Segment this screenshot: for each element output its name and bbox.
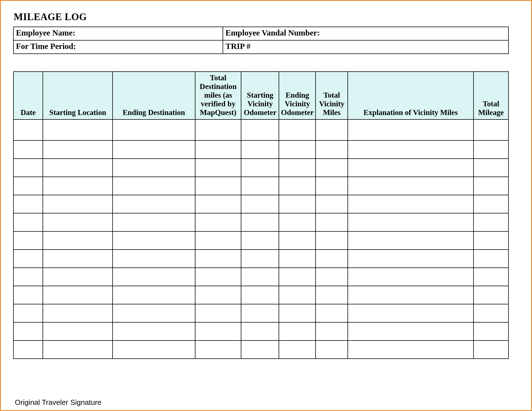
cell-explanation — [348, 268, 473, 286]
cell-starting-location — [43, 177, 113, 195]
cell-starting-vicinity-odometer — [241, 250, 279, 268]
cell-date — [13, 340, 43, 359]
cell-date — [13, 213, 43, 231]
cell-date — [13, 119, 43, 140]
cell-explanation — [348, 195, 473, 213]
col-header-total-vicinity-miles: Total Vicinity Miles — [316, 72, 348, 119]
cell-total-destination-miles — [195, 322, 241, 340]
cell-date — [13, 250, 43, 268]
cell-ending-destination — [113, 140, 195, 159]
info-table: Employee Name: Employee Vandal Number: F… — [13, 27, 509, 54]
table-row — [13, 268, 508, 286]
cell-starting-vicinity-odometer — [241, 286, 279, 304]
cell-total-vicinity-miles — [316, 140, 348, 159]
cell-ending-destination — [113, 250, 195, 268]
trip-number-field: TRIP # — [223, 40, 508, 54]
cell-total-mileage — [473, 250, 508, 268]
table-row — [13, 195, 508, 213]
cell-ending-destination — [113, 304, 195, 322]
cell-total-mileage — [473, 213, 508, 231]
table-row — [13, 286, 508, 304]
cell-explanation — [348, 322, 473, 340]
table-row — [13, 250, 508, 268]
signature-label: Original Traveler Signature — [15, 398, 519, 407]
cell-ending-vicinity-odometer — [279, 140, 316, 159]
table-header-row: Date Starting Location Ending Destinatio… — [13, 72, 508, 119]
cell-total-destination-miles — [195, 231, 241, 250]
cell-date — [13, 140, 43, 159]
cell-ending-destination — [113, 231, 195, 250]
cell-starting-location — [43, 195, 113, 213]
col-header-starting-vicinity-odometer: Starting Vicinity Odometer — [241, 72, 279, 119]
mileage-log-table: Date Starting Location Ending Destinatio… — [13, 71, 509, 359]
cell-ending-vicinity-odometer — [279, 340, 316, 359]
cell-total-destination-miles — [195, 304, 241, 322]
cell-ending-destination — [113, 340, 195, 359]
cell-ending-destination — [113, 119, 195, 140]
employee-name-field: Employee Name: — [13, 27, 223, 40]
cell-ending-destination — [113, 159, 195, 177]
cell-starting-vicinity-odometer — [241, 304, 279, 322]
table-row — [13, 322, 508, 340]
cell-date — [13, 268, 43, 286]
cell-total-mileage — [473, 268, 508, 286]
cell-starting-location — [43, 250, 113, 268]
cell-explanation — [348, 159, 473, 177]
cell-ending-destination — [113, 195, 195, 213]
cell-date — [13, 322, 43, 340]
cell-ending-destination — [113, 322, 195, 340]
cell-total-destination-miles — [195, 340, 241, 359]
cell-explanation — [348, 140, 473, 159]
cell-date — [13, 177, 43, 195]
cell-starting-location — [43, 286, 113, 304]
cell-total-mileage — [473, 304, 508, 322]
cell-explanation — [348, 213, 473, 231]
cell-ending-destination — [113, 213, 195, 231]
cell-ending-vicinity-odometer — [279, 268, 316, 286]
col-header-total-mileage: Total Mileage — [473, 72, 508, 119]
col-header-explanation: Explanation of Vicinity Miles — [348, 72, 473, 119]
cell-starting-vicinity-odometer — [241, 268, 279, 286]
cell-total-mileage — [473, 340, 508, 359]
cell-explanation — [348, 250, 473, 268]
cell-ending-vicinity-odometer — [279, 213, 316, 231]
col-header-total-destination-miles: Total Destination miles (as verified by … — [195, 72, 241, 119]
cell-date — [13, 231, 43, 250]
cell-starting-location — [43, 159, 113, 177]
cell-total-vicinity-miles — [316, 119, 348, 140]
table-row — [13, 340, 508, 359]
cell-ending-vicinity-odometer — [279, 286, 316, 304]
cell-starting-vicinity-odometer — [241, 340, 279, 359]
cell-ending-vicinity-odometer — [279, 231, 316, 250]
table-row — [13, 304, 508, 322]
cell-date — [13, 286, 43, 304]
col-header-starting-location: Starting Location — [43, 72, 113, 119]
cell-date — [13, 304, 43, 322]
cell-starting-location — [43, 140, 113, 159]
cell-explanation — [348, 231, 473, 250]
cell-ending-vicinity-odometer — [279, 322, 316, 340]
cell-starting-vicinity-odometer — [241, 159, 279, 177]
table-row — [13, 213, 508, 231]
cell-starting-location — [43, 213, 113, 231]
cell-ending-vicinity-odometer — [279, 119, 316, 140]
cell-total-vicinity-miles — [316, 304, 348, 322]
cell-ending-vicinity-odometer — [279, 250, 316, 268]
cell-starting-location — [43, 231, 113, 250]
cell-starting-location — [43, 268, 113, 286]
cell-starting-location — [43, 304, 113, 322]
cell-total-vicinity-miles — [316, 340, 348, 359]
cell-explanation — [348, 286, 473, 304]
cell-ending-vicinity-odometer — [279, 177, 316, 195]
cell-total-mileage — [473, 195, 508, 213]
table-row — [13, 159, 508, 177]
cell-starting-vicinity-odometer — [241, 213, 279, 231]
cell-total-vicinity-miles — [316, 159, 348, 177]
cell-total-mileage — [473, 286, 508, 304]
cell-total-vicinity-miles — [316, 286, 348, 304]
cell-total-destination-miles — [195, 286, 241, 304]
table-row — [13, 231, 508, 250]
cell-total-destination-miles — [195, 177, 241, 195]
time-period-field: For Time Period: — [13, 40, 223, 54]
table-row — [13, 177, 508, 195]
